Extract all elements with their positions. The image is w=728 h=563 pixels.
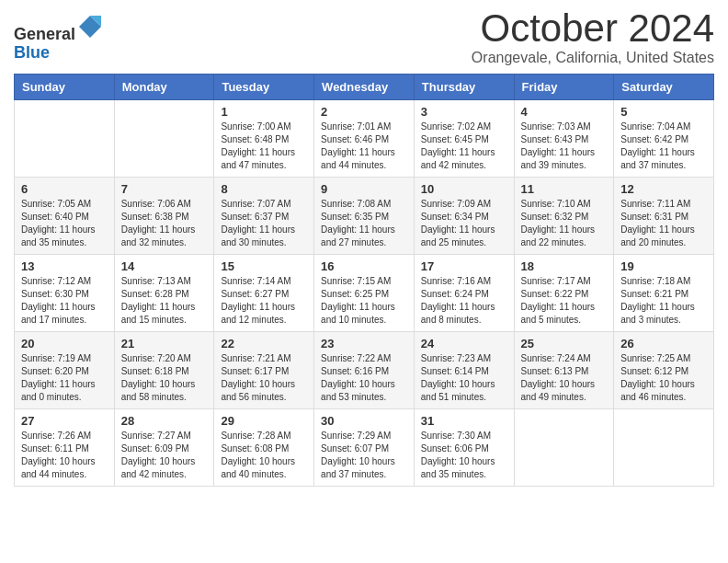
col-header-wednesday: Wednesday <box>314 75 415 100</box>
day-number: 8 <box>221 182 307 196</box>
day-number: 20 <box>21 337 108 350</box>
cell-content: Sunrise: 7:25 AM Sunset: 6:12 PM Dayligh… <box>620 352 707 404</box>
calendar-cell: 17Sunrise: 7:16 AM Sunset: 6:24 PM Dayli… <box>414 255 514 332</box>
calendar-week-row: 20Sunrise: 7:19 AM Sunset: 6:20 PM Dayli… <box>15 332 714 409</box>
day-number: 11 <box>521 182 608 196</box>
col-header-monday: Monday <box>114 75 214 100</box>
title-section: October 2024 Orangevale, California, Uni… <box>472 9 714 66</box>
logo-general-text: General <box>14 25 75 43</box>
calendar-cell: 13Sunrise: 7:12 AM Sunset: 6:30 PM Dayli… <box>15 255 115 332</box>
calendar-cell: 23Sunrise: 7:22 AM Sunset: 6:16 PM Dayli… <box>314 332 415 409</box>
month-title: October 2024 <box>472 9 714 48</box>
cell-content: Sunrise: 7:29 AM Sunset: 6:07 PM Dayligh… <box>321 430 407 481</box>
calendar-cell: 11Sunrise: 7:10 AM Sunset: 6:32 PM Dayli… <box>514 178 614 255</box>
day-number: 27 <box>21 414 108 428</box>
day-number: 1 <box>221 105 307 119</box>
day-number: 28 <box>121 414 208 428</box>
col-header-thursday: Thursday <box>414 75 514 100</box>
location-text: Orangevale, California, United States <box>472 50 714 66</box>
cell-content: Sunrise: 7:14 AM Sunset: 6:27 PM Dayligh… <box>221 275 307 327</box>
day-number: 24 <box>421 337 507 350</box>
day-number: 29 <box>221 414 307 428</box>
calendar-cell: 6Sunrise: 7:05 AM Sunset: 6:40 PM Daylig… <box>15 178 115 255</box>
col-header-sunday: Sunday <box>15 75 115 100</box>
calendar-cell: 4Sunrise: 7:03 AM Sunset: 6:43 PM Daylig… <box>514 100 614 178</box>
cell-content: Sunrise: 7:27 AM Sunset: 6:09 PM Dayligh… <box>121 430 208 481</box>
cell-content: Sunrise: 7:20 AM Sunset: 6:18 PM Dayligh… <box>121 352 208 404</box>
cell-content: Sunrise: 7:00 AM Sunset: 6:48 PM Dayligh… <box>221 121 307 172</box>
cell-content: Sunrise: 7:07 AM Sunset: 6:37 PM Dayligh… <box>221 198 307 249</box>
cell-content: Sunrise: 7:16 AM Sunset: 6:24 PM Dayligh… <box>421 275 507 327</box>
calendar-cell: 14Sunrise: 7:13 AM Sunset: 6:28 PM Dayli… <box>114 255 214 332</box>
calendar-week-row: 1Sunrise: 7:00 AM Sunset: 6:48 PM Daylig… <box>15 100 714 178</box>
calendar-cell: 29Sunrise: 7:28 AM Sunset: 6:08 PM Dayli… <box>214 409 314 487</box>
day-number: 6 <box>21 182 108 196</box>
day-number: 10 <box>421 182 507 196</box>
day-number: 31 <box>421 414 507 428</box>
cell-content: Sunrise: 7:26 AM Sunset: 6:11 PM Dayligh… <box>21 430 108 481</box>
cell-content: Sunrise: 7:05 AM Sunset: 6:40 PM Dayligh… <box>21 198 108 249</box>
header: General Blue October 2024 Orangevale, Ca… <box>14 9 714 66</box>
calendar-cell: 15Sunrise: 7:14 AM Sunset: 6:27 PM Dayli… <box>214 255 314 332</box>
calendar-table: SundayMondayTuesdayWednesdayThursdayFrid… <box>14 74 714 487</box>
day-number: 3 <box>421 105 507 119</box>
cell-content: Sunrise: 7:08 AM Sunset: 6:35 PM Dayligh… <box>321 198 407 249</box>
day-number: 25 <box>521 337 608 350</box>
cell-content: Sunrise: 7:18 AM Sunset: 6:21 PM Dayligh… <box>620 275 707 327</box>
calendar-cell: 22Sunrise: 7:21 AM Sunset: 6:17 PM Dayli… <box>214 332 314 409</box>
cell-content: Sunrise: 7:24 AM Sunset: 6:13 PM Dayligh… <box>521 352 608 404</box>
logo-icon <box>77 14 103 40</box>
calendar-cell: 9Sunrise: 7:08 AM Sunset: 6:35 PM Daylig… <box>314 178 415 255</box>
cell-content: Sunrise: 7:19 AM Sunset: 6:20 PM Dayligh… <box>21 352 108 404</box>
cell-content: Sunrise: 7:23 AM Sunset: 6:14 PM Dayligh… <box>421 352 507 404</box>
calendar-cell: 27Sunrise: 7:26 AM Sunset: 6:11 PM Dayli… <box>15 409 115 487</box>
day-number: 22 <box>221 337 307 350</box>
calendar-cell <box>114 100 214 178</box>
calendar-cell: 25Sunrise: 7:24 AM Sunset: 6:13 PM Dayli… <box>514 332 614 409</box>
cell-content: Sunrise: 7:21 AM Sunset: 6:17 PM Dayligh… <box>221 352 307 404</box>
day-number: 16 <box>321 259 407 273</box>
col-header-tuesday: Tuesday <box>214 75 314 100</box>
calendar-cell: 19Sunrise: 7:18 AM Sunset: 6:21 PM Dayli… <box>614 255 714 332</box>
calendar-cell: 24Sunrise: 7:23 AM Sunset: 6:14 PM Dayli… <box>414 332 514 409</box>
cell-content: Sunrise: 7:10 AM Sunset: 6:32 PM Dayligh… <box>521 198 608 249</box>
cell-content: Sunrise: 7:13 AM Sunset: 6:28 PM Dayligh… <box>121 275 208 327</box>
calendar-cell <box>614 409 714 487</box>
cell-content: Sunrise: 7:22 AM Sunset: 6:16 PM Dayligh… <box>321 352 407 404</box>
cell-content: Sunrise: 7:30 AM Sunset: 6:06 PM Dayligh… <box>421 430 507 481</box>
calendar-week-row: 13Sunrise: 7:12 AM Sunset: 6:30 PM Dayli… <box>15 255 714 332</box>
calendar-week-row: 27Sunrise: 7:26 AM Sunset: 6:11 PM Dayli… <box>15 409 714 487</box>
calendar-cell <box>514 409 614 487</box>
day-number: 15 <box>221 259 307 273</box>
calendar-cell: 12Sunrise: 7:11 AM Sunset: 6:31 PM Dayli… <box>614 178 714 255</box>
col-header-friday: Friday <box>514 75 614 100</box>
cell-content: Sunrise: 7:09 AM Sunset: 6:34 PM Dayligh… <box>421 198 507 249</box>
cell-content: Sunrise: 7:02 AM Sunset: 6:45 PM Dayligh… <box>421 121 507 172</box>
calendar-cell: 8Sunrise: 7:07 AM Sunset: 6:37 PM Daylig… <box>214 178 314 255</box>
logo: General Blue <box>14 14 103 63</box>
calendar-cell: 3Sunrise: 7:02 AM Sunset: 6:45 PM Daylig… <box>414 100 514 178</box>
cell-content: Sunrise: 7:12 AM Sunset: 6:30 PM Dayligh… <box>21 275 108 327</box>
day-number: 4 <box>521 105 608 119</box>
calendar-cell: 2Sunrise: 7:01 AM Sunset: 6:46 PM Daylig… <box>314 100 415 178</box>
day-number: 5 <box>620 105 707 119</box>
cell-content: Sunrise: 7:01 AM Sunset: 6:46 PM Dayligh… <box>321 121 407 172</box>
day-number: 13 <box>21 259 108 273</box>
cell-content: Sunrise: 7:17 AM Sunset: 6:22 PM Dayligh… <box>521 275 608 327</box>
day-number: 14 <box>121 259 208 273</box>
cell-content: Sunrise: 7:28 AM Sunset: 6:08 PM Dayligh… <box>221 430 307 481</box>
day-number: 9 <box>321 182 407 196</box>
calendar-cell: 7Sunrise: 7:06 AM Sunset: 6:38 PM Daylig… <box>114 178 214 255</box>
day-number: 2 <box>321 105 407 119</box>
page-container: General Blue October 2024 Orangevale, Ca… <box>0 0 728 500</box>
day-number: 19 <box>620 259 707 273</box>
cell-content: Sunrise: 7:04 AM Sunset: 6:42 PM Dayligh… <box>620 121 707 172</box>
calendar-header-row: SundayMondayTuesdayWednesdayThursdayFrid… <box>15 75 714 100</box>
calendar-cell: 5Sunrise: 7:04 AM Sunset: 6:42 PM Daylig… <box>614 100 714 178</box>
col-header-saturday: Saturday <box>614 75 714 100</box>
cell-content: Sunrise: 7:15 AM Sunset: 6:25 PM Dayligh… <box>321 275 407 327</box>
logo-blue-text: Blue <box>14 43 50 62</box>
day-number: 17 <box>421 259 507 273</box>
day-number: 12 <box>620 182 707 196</box>
calendar-cell: 18Sunrise: 7:17 AM Sunset: 6:22 PM Dayli… <box>514 255 614 332</box>
